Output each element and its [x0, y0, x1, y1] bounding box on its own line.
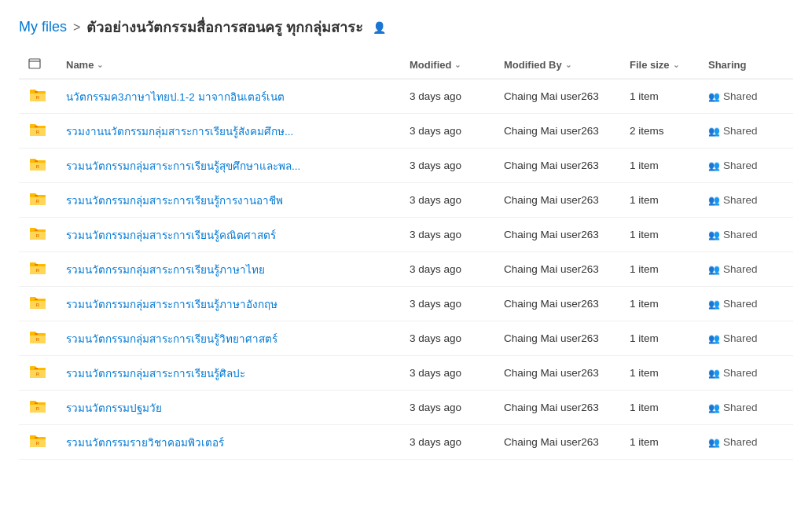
shared-badge: 👥 Shared: [708, 402, 758, 413]
svg-text:R: R: [36, 164, 40, 169]
svg-rect-18: [35, 264, 38, 266]
folder-icon: R: [28, 398, 47, 414]
modifiedby-sort-icon: ⌄: [565, 61, 571, 69]
col-header-icon: [19, 51, 57, 79]
row-filesize-cell: 1 item: [620, 321, 699, 356]
row-name-cell[interactable]: รวมนวัตกรรมรายวิชาคอมพิวเตอร์: [57, 425, 400, 460]
col-header-name[interactable]: Name ⌄: [57, 51, 400, 79]
row-modifiedby-cell: Chaing Mai user263: [494, 149, 620, 183]
row-name-cell[interactable]: รวมนวัตกรรมกลุ่มสาระการเรียนรู้การงานอาช…: [57, 183, 400, 218]
file-name-link[interactable]: รวมงานนวัตกรรมกลุ่มสาระการเรียนรู้สังคมศ…: [66, 126, 293, 138]
col-header-modified[interactable]: Modified ⌄: [400, 51, 494, 79]
shared-people-icon: 👥: [708, 229, 720, 240]
shared-label: Shared: [723, 402, 758, 413]
filesize-sort-icon: ⌄: [673, 61, 679, 69]
svg-rect-9: [35, 160, 38, 162]
file-name-link[interactable]: รวมนวัตกรรมกลุ่มสาระการเรียนรู้สุขศึกษาแ…: [66, 160, 300, 172]
file-name-link[interactable]: นวัตกรรมค3ภาษาไทยป.1-2 มาจากอินเตอร์เนต: [66, 91, 285, 103]
file-name-link[interactable]: รวมนวัตกรรมกลุ่มสาระการเรียนรู้วิทยาศาสต…: [66, 333, 277, 345]
shared-people-icon: 👥: [708, 195, 720, 206]
name-sort-button[interactable]: Name ⌄: [66, 59, 103, 71]
filesize-sort-button[interactable]: File size ⌄: [630, 59, 679, 71]
shared-badge: 👥 Shared: [708, 194, 758, 206]
shared-badge: 👥 Shared: [708, 332, 758, 344]
modifiedby-sort-button[interactable]: Modified By ⌄: [504, 59, 571, 71]
row-sharing-cell: 👥 Shared: [699, 183, 793, 218]
row-modified-cell: 3 days ago: [400, 356, 494, 391]
modified-sort-icon: ⌄: [454, 61, 461, 69]
breadcrumb-myfiles[interactable]: My files: [19, 19, 67, 35]
shared-people-icon: 👥: [708, 126, 720, 137]
col-header-filesize[interactable]: File size ⌄: [620, 51, 699, 79]
file-name-link[interactable]: รวมนวัตกรรมกลุ่มสาระการเรียนรู้ศิลปะ: [66, 368, 245, 380]
folder-icon: R: [28, 122, 47, 138]
folder-icon: R: [28, 364, 47, 380]
shared-label: Shared: [723, 125, 758, 137]
row-name-cell[interactable]: รวมนวัตกรรมปฐมวัย: [57, 391, 400, 425]
row-filesize-cell: 1 item: [620, 356, 699, 391]
folder-icon: R: [28, 329, 47, 345]
shared-label: Shared: [723, 332, 758, 344]
table-row: R รวมนวัตกรรมกลุ่มสาระการเรียนรู้ศิลปะ3 …: [19, 356, 793, 391]
svg-text:R: R: [36, 233, 40, 238]
table-row: R รวมนวัตกรรมปฐมวัย3 days agoChaing Mai …: [19, 391, 793, 425]
row-name-cell[interactable]: รวมนวัตกรรมกลุ่มสาระการเรียนรู้ศิลปะ: [57, 356, 400, 391]
row-name-cell[interactable]: นวัตกรรมค3ภาษาไทยป.1-2 มาจากอินเตอร์เนต: [57, 79, 400, 114]
file-name-link[interactable]: รวมนวัตกรรมกลุ่มสาระการเรียนรู้คณิตศาสตร…: [66, 229, 276, 241]
name-sort-icon: ⌄: [97, 61, 103, 69]
row-icon-cell: R: [19, 321, 57, 356]
row-modified-cell: 3 days ago: [400, 218, 494, 252]
folder-icon: R: [28, 226, 47, 241]
svg-text:R: R: [36, 337, 40, 342]
modified-sort-button[interactable]: Modified ⌄: [410, 59, 461, 71]
row-name-cell[interactable]: รวมนวัตกรรมกลุ่มสาระการเรียนรู้ภาษาอังกฤ…: [57, 287, 400, 321]
folder-icon: R: [28, 260, 47, 276]
row-filesize-cell: 1 item: [620, 218, 699, 252]
row-icon-cell: R: [19, 218, 57, 252]
shared-badge: 👥 Shared: [708, 229, 758, 240]
shared-people-icon: 👥: [708, 160, 720, 171]
row-name-cell[interactable]: รวมงานนวัตกรรมกลุ่มสาระการเรียนรู้สังคมศ…: [57, 114, 400, 149]
shared-people-icon: 👥: [708, 368, 720, 379]
svg-text:R: R: [36, 406, 40, 411]
svg-text:R: R: [36, 303, 40, 307]
file-name-link[interactable]: รวมนวัตกรรมกลุ่มสาระการเรียนรู้การงานอาช…: [66, 195, 283, 207]
table-row: R รวมนวัตกรรมรายวิชาคอมพิวเตอร์3 days ag…: [19, 425, 793, 460]
row-icon-cell: R: [19, 391, 57, 425]
row-modifiedby-cell: Chaing Mai user263: [494, 183, 620, 218]
row-name-cell[interactable]: รวมนวัตกรรมกลุ่มสาระการเรียนรู้วิทยาศาสต…: [57, 321, 400, 356]
svg-rect-3: [35, 91, 38, 93]
row-modifiedby-cell: Chaing Mai user263: [494, 391, 620, 425]
row-icon-cell: R: [19, 114, 57, 149]
svg-rect-30: [35, 402, 38, 404]
share-folder-icon[interactable]: 👤: [373, 21, 386, 34]
shared-badge: 👥 Shared: [708, 160, 758, 171]
file-table: Name ⌄ Modified ⌄ Modified By ⌄: [19, 51, 793, 460]
breadcrumb: My files > ตัวอย่างนวัตกรรมสื่อการสอนครู…: [0, 0, 812, 51]
shared-people-icon: 👥: [708, 299, 720, 310]
file-name-link[interactable]: รวมนวัตกรรมกลุ่มสาระการเรียนรู้ภาษาไทย: [66, 264, 265, 276]
row-name-cell[interactable]: รวมนวัตกรรมกลุ่มสาระการเรียนรู้สุขศึกษาแ…: [57, 149, 400, 183]
row-modifiedby-cell: Chaing Mai user263: [494, 218, 620, 252]
svg-text:R: R: [36, 95, 40, 100]
folder-icon: R: [28, 87, 47, 103]
row-filesize-cell: 1 item: [620, 79, 699, 114]
folder-icon: R: [28, 156, 47, 172]
shared-people-icon: 👥: [708, 264, 720, 275]
row-name-cell[interactable]: รวมนวัตกรรมกลุ่มสาระการเรียนรู้ภาษาไทย: [57, 252, 400, 287]
shared-label: Shared: [723, 436, 758, 448]
row-sharing-cell: 👥 Shared: [699, 252, 793, 287]
shared-badge: 👥 Shared: [708, 90, 758, 102]
table-row: R รวมนวัตกรรมกลุ่มสาระการเรียนรู้การงานอ…: [19, 183, 793, 218]
row-icon-cell: R: [19, 425, 57, 460]
row-sharing-cell: 👥 Shared: [699, 391, 793, 425]
file-name-link[interactable]: รวมนวัตกรรมกลุ่มสาระการเรียนรู้ภาษาอังกฤ…: [66, 299, 277, 310]
svg-rect-15: [35, 229, 38, 231]
svg-rect-24: [35, 333, 38, 335]
shared-label: Shared: [723, 298, 758, 310]
shared-label: Shared: [723, 263, 758, 275]
file-name-link[interactable]: รวมนวัตกรรมรายวิชาคอมพิวเตอร์: [66, 437, 224, 449]
col-header-modifiedby[interactable]: Modified By ⌄: [494, 51, 620, 79]
row-name-cell[interactable]: รวมนวัตกรรมกลุ่มสาระการเรียนรู้คณิตศาสตร…: [57, 218, 400, 252]
file-name-link[interactable]: รวมนวัตกรรมปฐมวัย: [66, 402, 162, 414]
